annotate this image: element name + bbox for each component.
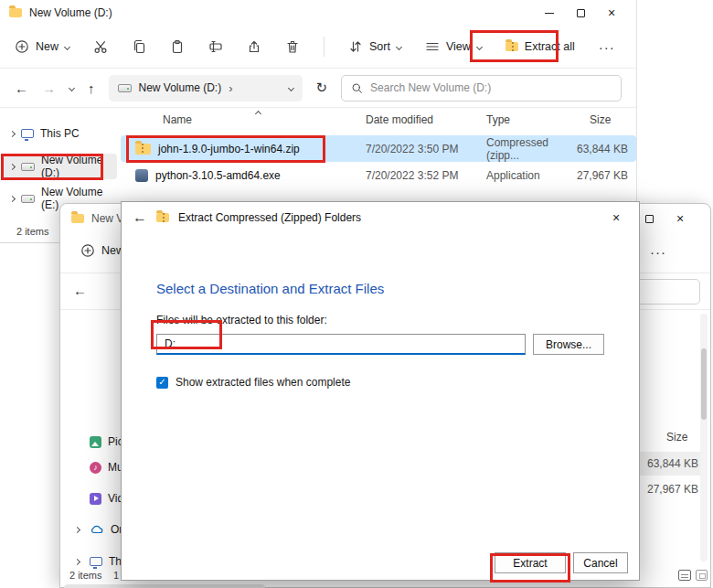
highlight-box-extract-button — [490, 553, 570, 583]
toolbar-divider — [324, 37, 325, 57]
dialog-title: Extract Compressed (Zipped) Folders — [178, 211, 361, 224]
extract-dialog: ← Extract Compressed (Zipped) Folders × … — [121, 201, 640, 581]
column-header-date-modified[interactable]: Date modified — [355, 113, 475, 126]
caption-buttons: × — [534, 1, 627, 25]
file-size: 63,844 KB — [574, 143, 637, 155]
forward-button[interactable]: → — [42, 80, 56, 96]
column-header-name[interactable]: Name — [121, 113, 355, 126]
address-bar[interactable]: New Volume (D:) › — [109, 75, 303, 102]
chevron-down-icon — [64, 43, 70, 49]
column-header-type[interactable]: Type — [475, 113, 574, 126]
clipboard-icon — [170, 39, 185, 54]
file-size: 27,967 KB — [647, 483, 698, 496]
more-options-button[interactable]: ··· — [650, 244, 666, 260]
onedrive-cloud-icon — [90, 522, 104, 537]
recent-locations-chevron-icon[interactable] — [69, 84, 75, 91]
caption-buttons: × — [633, 207, 699, 230]
plus-circle-icon — [80, 243, 95, 258]
highlight-box-destination-path — [151, 320, 222, 349]
expand-chevron-icon[interactable] — [9, 130, 16, 136]
indent — [70, 528, 83, 532]
scrollbar-thumb[interactable] — [701, 348, 707, 420]
close-button[interactable]: × — [665, 207, 696, 230]
breadcrumb-separator: › — [229, 81, 232, 95]
caption-buttons: × — [601, 206, 632, 230]
application-file-icon — [135, 169, 148, 182]
file-name-cell: python-3.10.5-amd64.exe — [121, 169, 355, 182]
sort-button-label: Sort — [369, 40, 390, 53]
sort-button[interactable]: Sort — [348, 39, 401, 54]
rename-icon — [208, 39, 223, 54]
search-box[interactable]: Search New Volume (D:) — [341, 75, 622, 102]
show-files-checkbox[interactable]: ✓ — [156, 377, 168, 389]
destination-label: Files will be extracted to this folder: — [156, 314, 639, 326]
dialog-heading: Select a Destination and Extract Files — [156, 281, 639, 296]
check-icon: ✓ — [158, 378, 165, 387]
highlight-box-zip-file — [126, 135, 325, 163]
back-button[interactable]: ← — [133, 209, 147, 226]
large-icons-view-toggle[interactable] — [696, 570, 708, 581]
maximize-icon — [577, 9, 585, 17]
file-row-exe[interactable]: python-3.10.5-amd64.exe 7/20/2022 3:52 P… — [121, 162, 636, 188]
vertical-scrollbar[interactable] — [700, 314, 708, 561]
main-statusbar: 2 items — [0, 220, 48, 242]
browse-button[interactable]: Browse... — [533, 334, 604, 355]
column-header-size[interactable]: Size — [574, 113, 637, 126]
search-placeholder: Search New Volume (D:) — [370, 81, 491, 94]
highlight-box-sidebar-new-volume-d — [1, 154, 103, 180]
sort-icon — [348, 39, 363, 54]
expand-chevron-icon[interactable] — [9, 195, 16, 201]
new-button[interactable]: New — [15, 39, 69, 54]
show-files-row: ✓ Show extracted files when complete — [156, 376, 639, 389]
items-count: 2 items — [69, 570, 101, 581]
trash-icon — [285, 39, 300, 54]
file-type: Compressed (zipp... — [475, 136, 574, 162]
view-button-label: View — [446, 40, 471, 53]
scissors-icon — [93, 39, 108, 54]
destination-row: Browse... — [156, 334, 639, 355]
address-dropdown-chevron-icon[interactable] — [287, 84, 293, 91]
main-titlebar: New Volume (D:) × — [0, 0, 636, 26]
file-size: 27,967 KB — [574, 169, 637, 182]
items-count: 2 items — [16, 226, 48, 237]
column-headers: Name Date modified Type Size — [121, 108, 636, 131]
back-button[interactable]: ← — [73, 283, 87, 298]
drive-icon — [118, 84, 132, 92]
copy-button[interactable] — [132, 39, 146, 54]
minimize-button[interactable] — [534, 1, 565, 25]
folder-icon — [9, 8, 22, 17]
column-header-size[interactable]: Size — [666, 431, 687, 444]
zip-folder-icon — [156, 213, 169, 222]
file-name: python-3.10.5-amd64.exe — [155, 169, 281, 182]
highlight-box-extract-all — [470, 30, 559, 62]
chevron-down-icon — [396, 43, 402, 49]
more-options-button[interactable]: ··· — [599, 39, 615, 55]
copy-icon — [132, 39, 146, 54]
paste-button[interactable] — [170, 39, 185, 54]
new-button-label: New — [36, 40, 59, 53]
music-icon: ♪ — [90, 462, 101, 474]
videos-icon — [90, 493, 101, 505]
pictures-icon — [90, 436, 101, 448]
cancel-button[interactable]: Cancel — [573, 552, 628, 573]
main-navbar: ← → ↑ New Volume (D:) › ↻ Search New Vol… — [0, 69, 636, 108]
file-size: 63,844 KB — [647, 457, 698, 470]
share-button[interactable] — [247, 39, 261, 54]
refresh-button[interactable]: ↻ — [316, 80, 328, 96]
delete-button[interactable] — [285, 39, 300, 54]
expand-chevron-icon[interactable] — [73, 526, 80, 532]
share-icon — [247, 39, 261, 54]
back-button[interactable]: ← — [15, 80, 28, 96]
details-view-toggle[interactable] — [678, 570, 691, 581]
maximize-button[interactable] — [565, 1, 596, 25]
main-window-title: New Volume (D:) — [29, 6, 112, 19]
folder-icon — [71, 214, 84, 223]
close-button[interactable]: × — [596, 1, 627, 25]
breadcrumb[interactable]: New Volume (D:) — [139, 81, 222, 94]
checkbox-label: Show extracted files when complete — [176, 376, 350, 389]
cut-button[interactable] — [93, 39, 108, 54]
sidebar-item-this-pc[interactable]: This PC — [4, 121, 117, 146]
close-button[interactable]: × — [601, 206, 632, 230]
rename-button[interactable] — [208, 39, 223, 54]
up-button[interactable]: ↑ — [88, 80, 95, 96]
